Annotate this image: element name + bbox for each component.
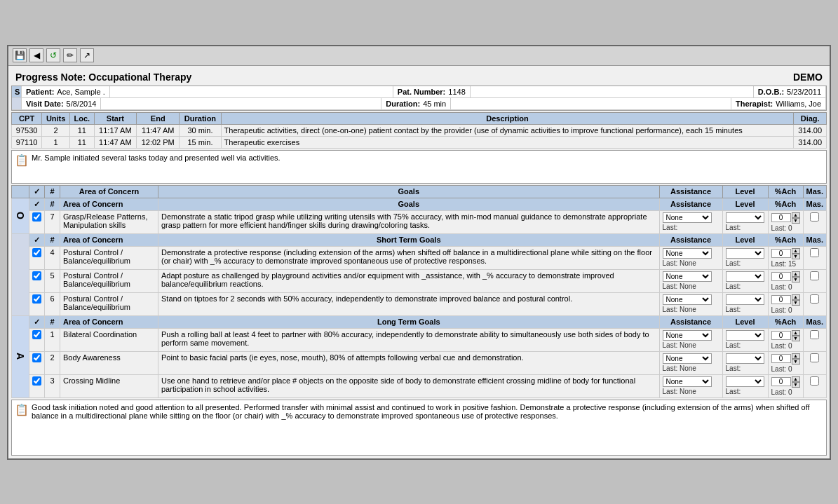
lt-check[interactable] <box>29 328 45 351</box>
assistance-select[interactable]: NoneMinModMax <box>663 330 712 341</box>
pct-up[interactable]: ▲ <box>792 376 800 382</box>
cpt-header-diag: Diag. <box>794 112 827 124</box>
goal-area: Grasp/Release Patterns, Manipulation ski… <box>60 210 158 233</box>
pct-up[interactable]: ▲ <box>792 248 800 254</box>
pct-down[interactable]: ▼ <box>792 300 800 306</box>
assistance-last: Last: <box>663 224 719 231</box>
check-header: ✓ <box>29 185 45 198</box>
long-term-section-header: A ✓ # Area of Concern Long Term Goals As… <box>12 315 827 328</box>
assistance-select[interactable]: NoneMinModMax <box>663 376 712 387</box>
goal-checkbox[interactable] <box>32 212 41 222</box>
pct-input[interactable] <box>771 295 791 304</box>
assistance-last: Last: None <box>663 282 719 290</box>
refresh-btn[interactable]: ↺ <box>46 48 60 62</box>
level-select[interactable] <box>726 294 764 305</box>
assistance-select[interactable]: NoneMinModMax <box>663 248 712 259</box>
st-mas-checkbox[interactable] <box>810 271 819 280</box>
demo-badge: DEMO <box>793 71 823 83</box>
lt-assist-header: Assistance <box>659 315 722 328</box>
pct-up[interactable]: ▲ <box>792 294 800 300</box>
lt-num: 2 <box>45 351 60 374</box>
lt-check[interactable] <box>29 374 45 397</box>
lt-num-header: # <box>45 315 60 328</box>
assistance-select[interactable]: NoneMinModMax <box>663 212 712 223</box>
pct-cell: ▲ ▼ Last: 0 <box>768 210 803 233</box>
st-check[interactable] <box>29 292 45 315</box>
lt-mas-checkbox[interactable] <box>810 376 819 386</box>
pct-input[interactable] <box>771 377 791 386</box>
lt-checkbox[interactable] <box>32 353 41 362</box>
pct-input[interactable] <box>771 354 791 363</box>
lt-mas-cell[interactable] <box>803 374 826 397</box>
st-checkbox[interactable] <box>32 248 41 257</box>
pct-down[interactable]: ▼ <box>792 336 800 341</box>
st-num: 6 <box>45 292 60 315</box>
pct-input[interactable] <box>771 272 791 281</box>
pct-up[interactable]: ▲ <box>792 353 800 359</box>
o-pct-header: %Ach <box>768 198 803 210</box>
lt-mas-cell[interactable] <box>803 351 826 374</box>
dob-label: D.O.B.: <box>758 88 784 96</box>
level-select[interactable] <box>726 376 764 387</box>
check-col-header: ✓ <box>29 198 45 210</box>
pct-up[interactable]: ▲ <box>792 330 800 336</box>
st-assist-header: Assistance <box>659 233 722 246</box>
st-goal-text: Adapt posture as challenged by playgroun… <box>158 269 660 292</box>
lt-checkbox[interactable] <box>32 330 41 339</box>
lt-mas-cell[interactable] <box>803 328 826 351</box>
edit-btn[interactable]: ✏ <box>63 48 77 62</box>
pct-up[interactable]: ▲ <box>792 271 800 277</box>
pct-input[interactable] <box>771 249 791 258</box>
mas-checkbox[interactable] <box>810 212 819 222</box>
lt-mas-checkbox[interactable] <box>810 330 819 339</box>
level-select[interactable] <box>726 330 764 341</box>
goal-check[interactable] <box>29 210 45 233</box>
assistance-select[interactable]: NoneMinModMax <box>663 294 712 305</box>
pct-down[interactable]: ▼ <box>792 359 800 365</box>
cpt-row: 97110 1 11 11:47 AM 12:02 PM 15 min. The… <box>12 136 827 148</box>
assistance-cell: NoneMinModMax Last: <box>659 210 722 233</box>
pct-input[interactable] <box>771 331 791 340</box>
pct-cell: ▲ ▼ Last: 15 <box>768 246 803 269</box>
st-mas-cell[interactable] <box>803 292 826 315</box>
lt-goal-text: Point to basic facial parts (ie eyes, no… <box>158 351 660 374</box>
o-section-header: O ✓ # Area of Concern Goals Assistance L… <box>12 198 827 210</box>
pct-last: Last: 0 <box>771 388 800 396</box>
cpt-end: 11:47 AM <box>137 124 180 136</box>
lt-checkbox[interactable] <box>32 376 41 386</box>
notes-icon: 📋 <box>15 154 29 180</box>
st-mas-cell[interactable] <box>803 246 826 269</box>
lt-check[interactable] <box>29 351 45 374</box>
st-checkbox[interactable] <box>32 271 41 280</box>
blank-oa <box>12 233 29 315</box>
level-select[interactable] <box>726 248 764 259</box>
pct-input[interactable] <box>771 213 791 222</box>
assistance-select[interactable]: NoneMinModMax <box>663 271 712 282</box>
lt-mas-checkbox[interactable] <box>810 353 819 362</box>
back-btn[interactable]: ◀ <box>29 48 43 62</box>
st-mas-checkbox[interactable] <box>810 248 819 257</box>
st-check[interactable] <box>29 246 45 269</box>
pct-up[interactable]: ▲ <box>792 212 800 218</box>
save-btn[interactable]: 💾 <box>13 48 27 62</box>
level-select[interactable] <box>726 212 764 223</box>
st-mas-checkbox[interactable] <box>810 294 819 304</box>
num-header: # <box>45 185 60 198</box>
level-select[interactable] <box>726 271 764 282</box>
level-last: Last: <box>726 282 765 290</box>
pct-down[interactable]: ▼ <box>792 277 800 282</box>
pct-down[interactable]: ▼ <box>792 254 800 259</box>
st-check[interactable] <box>29 269 45 292</box>
pct-down[interactable]: ▼ <box>792 218 800 224</box>
visit-date: 5/8/2014 <box>67 100 97 108</box>
pct-down[interactable]: ▼ <box>792 382 800 388</box>
mas-cell[interactable] <box>803 210 826 233</box>
level-cell: Last: <box>722 374 768 397</box>
level-select[interactable] <box>726 353 764 364</box>
st-mas-cell[interactable] <box>803 269 826 292</box>
a-label: A <box>12 315 29 397</box>
st-checkbox[interactable] <box>32 294 41 304</box>
assistance-select[interactable]: NoneMinModMax <box>663 353 712 364</box>
export-btn[interactable]: ↗ <box>80 48 94 62</box>
level-cell: Last: <box>722 328 768 351</box>
